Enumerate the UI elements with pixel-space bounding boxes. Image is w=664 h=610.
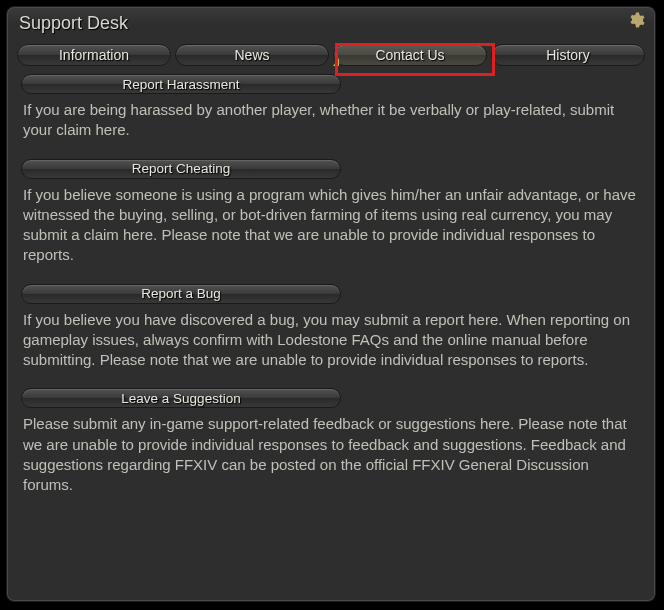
section-header-label: Report a Bug xyxy=(141,286,221,301)
section-body: If you are being harassed by another pla… xyxy=(21,100,641,141)
section-body: If you believe someone is using a progra… xyxy=(21,185,641,266)
section-report-cheating: Report Cheating If you believe someone i… xyxy=(21,159,641,266)
section-header-label: Report Harassment xyxy=(122,77,239,92)
section-leave-suggestion: Leave a Suggestion Please submit any in-… xyxy=(21,388,641,495)
section-body: Please submit any in-game support-relate… xyxy=(21,414,641,495)
tab-label: Information xyxy=(59,47,129,63)
leave-suggestion-button[interactable]: Leave a Suggestion xyxy=(21,388,341,408)
report-harassment-button[interactable]: Report Harassment xyxy=(21,74,341,94)
tab-bar: Information News Contact Us History xyxy=(7,38,655,74)
support-desk-window: Support Desk Information News Contact Us… xyxy=(6,6,656,602)
tab-contact-us[interactable]: Contact Us xyxy=(333,44,487,66)
section-report-harassment: Report Harassment If you are being haras… xyxy=(21,74,641,141)
tab-label: History xyxy=(546,47,590,63)
tab-news[interactable]: News xyxy=(175,44,329,66)
report-bug-button[interactable]: Report a Bug xyxy=(21,284,341,304)
titlebar: Support Desk xyxy=(7,7,655,38)
tab-history[interactable]: History xyxy=(491,44,645,66)
section-header-label: Report Cheating xyxy=(132,161,230,176)
section-body: If you believe you have discovered a bug… xyxy=(21,310,641,371)
content-area: Report Harassment If you are being haras… xyxy=(7,74,655,598)
section-report-bug: Report a Bug If you believe you have dis… xyxy=(21,284,641,371)
section-header-label: Leave a Suggestion xyxy=(121,391,240,406)
tab-label: News xyxy=(234,47,269,63)
settings-gear-icon[interactable] xyxy=(627,13,643,33)
tab-label: Contact Us xyxy=(375,47,444,63)
tab-information[interactable]: Information xyxy=(17,44,171,66)
report-cheating-button[interactable]: Report Cheating xyxy=(21,159,341,179)
window-title: Support Desk xyxy=(19,13,128,34)
